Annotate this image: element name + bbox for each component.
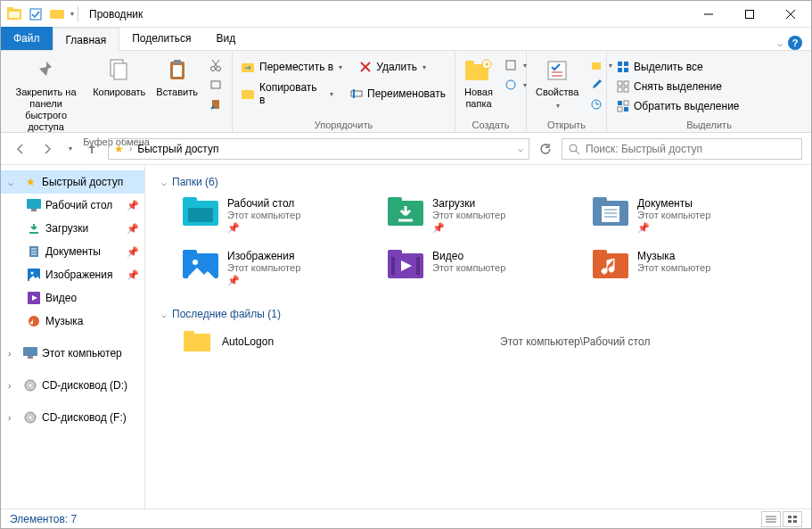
- qat-item-1[interactable]: [26, 4, 45, 24]
- svg-point-15: [217, 67, 221, 71]
- navigation-bar: ▾ ★ › Быстрый доступ ⌵ Поиск: Быстрый до…: [1, 133, 811, 165]
- help-icon[interactable]: ?: [788, 36, 802, 50]
- status-item-count: Элементов: 7: [10, 513, 77, 525]
- paste-shortcut-button[interactable]: [205, 95, 226, 113]
- copy-to-button[interactable]: Копировать в▾: [238, 79, 337, 108]
- new-folder-button[interactable]: ✦ Новая папка: [461, 54, 496, 112]
- svg-rect-12: [173, 65, 182, 77]
- select-all-button[interactable]: Выделить все: [612, 58, 707, 76]
- rename-button[interactable]: Переименовать: [346, 79, 449, 108]
- svg-rect-1: [7, 7, 13, 11]
- svg-rect-43: [618, 87, 622, 92]
- svg-rect-51: [27, 199, 41, 209]
- disc-icon: [22, 377, 38, 393]
- copy-path-button[interactable]: [205, 76, 226, 94]
- svg-rect-37: [618, 62, 622, 66]
- svg-rect-76: [602, 206, 619, 222]
- search-box[interactable]: Поиск: Быстрый доступ: [562, 138, 802, 160]
- copy-button[interactable]: Копировать: [89, 54, 149, 100]
- sidebar-item-videos[interactable]: Видео: [1, 286, 144, 310]
- star-icon: ★: [114, 143, 124, 155]
- svg-rect-38: [624, 62, 628, 66]
- tab-home[interactable]: Главная: [53, 28, 120, 51]
- svg-rect-40: [624, 68, 628, 72]
- folder-item-downloads[interactable]: ЗагрузкиЭтот компьютер📌: [388, 197, 584, 234]
- svg-rect-89: [184, 334, 210, 351]
- svg-rect-84: [388, 250, 402, 255]
- sidebar-item-pictures[interactable]: Изображения📌: [1, 263, 144, 286]
- svg-text:✦: ✦: [484, 61, 490, 69]
- sidebar-item-desktop[interactable]: Рабочий стол📌: [1, 194, 144, 217]
- address-dropdown[interactable]: ⌵: [518, 144, 523, 153]
- disc-icon: [22, 409, 38, 426]
- svg-rect-72: [388, 197, 402, 203]
- svg-rect-63: [28, 356, 33, 359]
- cut-button[interactable]: [205, 56, 226, 74]
- select-none-button[interactable]: Снять выделение: [612, 78, 726, 95]
- copy-label: Копировать: [93, 87, 145, 98]
- pin-icon: 📌: [432, 222, 505, 234]
- svg-rect-4: [50, 10, 64, 19]
- folder-item-videos[interactable]: ВидеоЭтот компьютер: [388, 250, 584, 286]
- folder-item-desktop[interactable]: Рабочий столЭтот компьютер📌: [183, 197, 379, 234]
- back-button[interactable]: [10, 138, 31, 160]
- svg-rect-30: [506, 61, 515, 70]
- view-icons-button[interactable]: [783, 511, 802, 527]
- breadcrumb[interactable]: Быстрый доступ: [137, 143, 218, 155]
- sidebar-item-quick-access[interactable]: ⌵★Быстрый доступ: [1, 170, 144, 194]
- recent-section-header[interactable]: ⌵Последние файлы (1): [161, 308, 795, 320]
- maximize-button[interactable]: [729, 1, 770, 28]
- content-pane: ⌵Папки (6) Рабочий столЭтот компьютер📌 З…: [145, 165, 811, 508]
- svg-rect-87: [593, 253, 628, 278]
- new-folder-label: Новая папка: [464, 87, 493, 110]
- sidebar-item-this-pc[interactable]: ›Этот компьютер: [1, 342, 144, 365]
- properties-button[interactable]: Свойства ▾: [532, 54, 582, 113]
- sidebar-item-downloads[interactable]: Загрузки📌: [1, 217, 144, 240]
- qat-dropdown[interactable]: [47, 4, 67, 24]
- search-icon: [568, 143, 580, 155]
- svg-point-67: [29, 417, 32, 419]
- pin-icon: 📌: [127, 269, 139, 281]
- pin-icon: 📌: [127, 246, 139, 258]
- ribbon-collapse-caret[interactable]: ⌵: [777, 38, 783, 48]
- sidebar-item-documents[interactable]: Документы📌: [1, 240, 144, 263]
- sidebar-item-cd-f[interactable]: ›CD-дисковод (F:): [1, 406, 144, 429]
- svg-rect-6: [746, 10, 754, 18]
- new-item-button[interactable]: ▾: [500, 56, 530, 74]
- paste-label: Вставить: [156, 87, 198, 98]
- delete-button[interactable]: Удалить▾: [355, 58, 430, 76]
- up-button[interactable]: [81, 138, 103, 160]
- svg-point-14: [211, 67, 216, 71]
- close-button[interactable]: [770, 1, 811, 28]
- pin-label: Закрепить на панели быстрого доступа: [10, 87, 82, 133]
- paste-button[interactable]: Вставить: [152, 54, 201, 100]
- star-icon: ★: [22, 174, 38, 190]
- invert-selection-button[interactable]: Обратить выделение: [612, 97, 743, 115]
- tab-share[interactable]: Поделиться: [119, 27, 203, 50]
- tab-file[interactable]: Файл: [1, 27, 53, 50]
- tab-view[interactable]: Вид: [203, 27, 248, 50]
- ribbon-tabs: Файл Главная Поделиться Вид ⌵ ?: [1, 28, 811, 51]
- music-icon: [26, 313, 42, 329]
- folders-section-header[interactable]: ⌵Папки (6): [161, 176, 795, 188]
- recent-file-item[interactable]: AutoLogon Этот компьютер\Рабочий стол: [183, 329, 795, 354]
- folder-item-music[interactable]: МузыкаЭтот компьютер: [593, 250, 789, 286]
- view-details-button[interactable]: [761, 511, 781, 527]
- document-icon: [26, 244, 42, 260]
- svg-rect-97: [793, 520, 797, 523]
- svg-rect-52: [31, 209, 37, 211]
- sidebar-item-cd-d[interactable]: ›CD-дисковод (D:): [1, 374, 144, 397]
- folder-item-documents[interactable]: ДокументыЭтот компьютер📌: [593, 197, 789, 234]
- easy-access-button[interactable]: ▾: [500, 76, 530, 94]
- qat-caret[interactable]: ▾: [70, 10, 74, 18]
- move-to-button[interactable]: Переместить в▾: [238, 58, 346, 76]
- recent-locations-button[interactable]: ▾: [63, 138, 76, 160]
- video-icon: [26, 290, 42, 306]
- folder-item-pictures[interactable]: ИзображенияЭтот компьютер📌: [183, 250, 379, 286]
- forward-button[interactable]: [37, 138, 58, 160]
- refresh-button[interactable]: [535, 138, 556, 160]
- minimize-button[interactable]: [688, 1, 729, 28]
- sidebar-item-music[interactable]: Музыка: [1, 310, 144, 333]
- pin-to-quick-access-button[interactable]: Закрепить на панели быстрого доступа: [6, 54, 86, 135]
- address-bar[interactable]: ★ › Быстрый доступ ⌵: [108, 138, 529, 160]
